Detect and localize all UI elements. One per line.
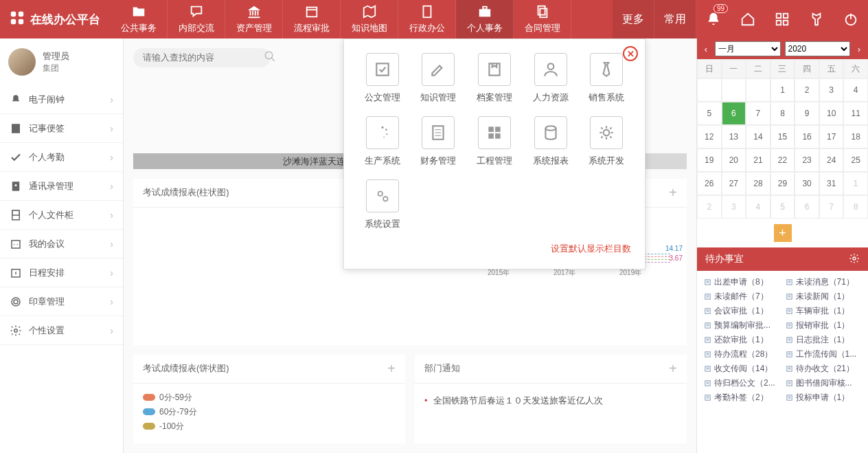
todo-item[interactable]: 预算编制审批... [704,320,780,331]
gear-icon[interactable] [849,253,860,266]
sidebar-item[interactable]: 记事便签› [0,114,123,143]
calendar-add-button[interactable]: + [774,224,792,242]
cal-day[interactable]: 23 [795,148,819,172]
cal-day[interactable]: 20 [722,148,746,172]
sidebar-item[interactable]: 电子闹钟› [0,85,123,114]
todo-item[interactable]: 投标申请（1） [786,392,862,404]
more-menu-item[interactable]: 系统设置 [358,179,407,230]
cal-day-next[interactable]: 1 [843,172,868,195]
more-menu-item[interactable]: 财务管理 [414,116,464,167]
notification-icon[interactable]: 99 [696,0,731,38]
cal-prev-icon[interactable]: ‹ [701,44,711,54]
topnav-item[interactable]: 公共事务 [110,0,168,38]
cal-day[interactable]: 16 [795,125,819,148]
month-select[interactable]: 一月 [715,41,781,56]
more-menu-item[interactable]: 档案管理 [470,53,519,104]
todo-item[interactable]: 待办流程（28） [704,349,780,360]
cal-day[interactable]: 5 [697,102,722,125]
cal-day-next[interactable]: 6 [795,195,819,219]
more-menu-item[interactable]: 系统报表 [526,116,575,167]
cal-day[interactable]: 12 [697,125,722,148]
cal-day[interactable]: 4 [843,78,868,102]
cal-day[interactable]: 8 [770,102,795,125]
sidebar-item[interactable]: 我的会议› [0,230,123,258]
cal-day[interactable]: 11 [843,102,868,125]
cal-day[interactable]: 26 [697,172,722,195]
cal-day[interactable]: 25 [843,148,868,172]
cal-day-next[interactable]: 5 [770,195,795,219]
todo-item[interactable]: 报销审批（1） [786,320,862,331]
more-button[interactable]: 更多 [613,0,654,38]
todo-item[interactable]: 未读消息（71） [786,276,862,288]
todo-item[interactable]: 工作流传阅（1... [786,349,862,360]
cal-day[interactable]: 7 [746,102,770,125]
todo-item[interactable]: 会议审批（1） [704,305,780,317]
more-menu-item[interactable]: 人力资源 [526,53,575,104]
topnav-item[interactable]: 流程审批 [283,0,341,38]
more-menu-item[interactable]: 系统开发 [582,116,631,167]
cal-day[interactable]: 19 [697,148,722,172]
todo-item[interactable]: 还款审批（1） [704,334,780,346]
more-menu-item[interactable]: 工程管理 [470,116,519,167]
topnav-item[interactable]: 内部交流 [168,0,225,38]
todo-item[interactable]: 待归档公文（2... [704,377,780,389]
home-icon[interactable] [731,0,765,38]
power-icon[interactable] [834,0,868,38]
search-icon[interactable] [264,50,276,65]
cal-next-icon[interactable]: › [854,44,864,54]
sidebar-item[interactable]: 日程安排› [0,258,123,287]
cal-day[interactable]: 15 [770,125,795,148]
todo-item[interactable]: 收文传阅（14） [704,363,780,375]
cal-day[interactable]: 28 [746,172,770,195]
todo-item[interactable]: 待办收文（21） [786,363,862,375]
apps-icon[interactable] [765,0,799,38]
cal-day[interactable]: 27 [722,172,746,195]
todo-item[interactable]: 日志批注（1） [786,334,862,346]
more-menu-item[interactable]: 生产系统 [358,116,407,167]
year-select[interactable]: 2020 [785,41,851,56]
todo-item[interactable]: 考勤补签（2） [704,392,780,404]
topnav-item[interactable]: 知识地图 [341,0,398,38]
cal-day-next[interactable]: 7 [819,195,844,219]
todo-item[interactable]: 未读新闻（1） [786,291,862,302]
topnav-item[interactable]: 合同管理 [514,0,571,38]
theme-icon[interactable] [799,0,834,38]
search-input[interactable] [143,52,258,63]
cal-day[interactable]: 29 [770,172,795,195]
cal-day[interactable]: 2 [795,78,819,102]
cal-day[interactable]: 17 [819,125,844,148]
cal-day-next[interactable]: 2 [697,195,722,219]
cal-day-next[interactable]: 4 [746,195,770,219]
more-menu-settings-link[interactable]: 设置默认显示栏目数 [358,243,631,255]
close-icon[interactable]: ✕ [623,46,638,61]
common-button[interactable]: 常用 [654,0,696,38]
cal-day-next[interactable]: 3 [722,195,746,219]
todo-item[interactable]: 车辆审批（1） [786,305,862,317]
sidebar-item[interactable]: 个人考勤› [0,143,123,172]
add-icon[interactable]: + [387,361,396,377]
sidebar-item[interactable]: 个性设置› [0,316,123,345]
sidebar-item[interactable]: 通讯录管理› [0,172,123,201]
cal-day[interactable]: 18 [843,125,868,148]
more-menu-item[interactable]: 知识管理 [414,53,464,104]
add-icon[interactable]: + [669,361,677,377]
sidebar-item[interactable]: 个人文件柜› [0,201,123,230]
cal-day[interactable]: 21 [746,148,770,172]
notice-item[interactable]: 全国铁路节后春运１０天发送旅客近亿人次 [424,392,677,410]
topnav-item[interactable]: 资产管理 [225,0,283,38]
more-menu-item[interactable]: 公文管理 [358,53,407,104]
cal-day[interactable]: 30 [795,172,819,195]
todo-item[interactable]: 未读邮件（7） [704,291,780,302]
add-icon[interactable]: + [669,185,677,201]
user-box[interactable]: 管理员 集团 [0,38,123,85]
cal-day[interactable]: 10 [819,102,844,125]
cal-day[interactable]: 22 [770,148,795,172]
search-box[interactable] [133,48,271,67]
topnav-item[interactable]: 个人事务 [456,0,514,38]
more-menu-item[interactable]: 销售系统 [582,53,631,104]
cal-day[interactable]: 1 [770,78,795,102]
cal-day[interactable]: 3 [819,78,844,102]
topnav-item[interactable]: 行政办公 [398,0,456,38]
todo-item[interactable]: 图书借阅审核... [786,377,862,389]
cal-day[interactable]: 9 [795,102,819,125]
